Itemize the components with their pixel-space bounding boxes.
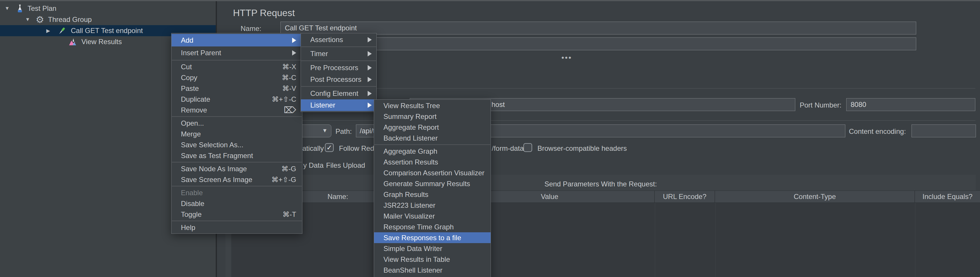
submenu-arrow-icon	[368, 65, 372, 70]
menu-item-jsr223-listener[interactable]: JSR223 Listener	[374, 200, 491, 211]
http-request-group-border	[225, 120, 975, 121]
submenu-arrow-icon	[368, 77, 372, 82]
listener-submenu: View Results Tree Summary Report Aggrega…	[374, 99, 491, 277]
submenu-arrow-icon	[292, 38, 296, 43]
menu-item-remove[interactable]: Remove⌦	[172, 104, 302, 116]
sampler-icon	[57, 26, 67, 35]
menu-item-backend-listener[interactable]: Backend Listener	[374, 133, 491, 144]
tree-item-thread-group[interactable]: ▼ ⚙ Thread Group	[0, 14, 216, 25]
name-label: Name:	[240, 25, 261, 33]
port-number-label: Port Number:	[800, 101, 842, 109]
menu-item-aggregate-report[interactable]: Aggregate Report	[374, 122, 491, 133]
menu-item-merge[interactable]: Merge	[172, 128, 302, 139]
menu-item-insert-parent[interactable]: Insert Parent	[172, 46, 302, 59]
parameters-table-header: Name: Value URL Encode? Content-Type Inc…	[231, 190, 980, 203]
menu-separator	[301, 60, 376, 61]
menu-item-save-selection-as[interactable]: Save Selection As...	[172, 139, 302, 150]
column-separator	[715, 203, 716, 277]
column-header-url-encode: URL Encode?	[655, 191, 715, 203]
tree-item-label: Test Plan	[27, 5, 56, 13]
menu-item-listener[interactable]: Listener	[301, 99, 376, 111]
menu-item-post-processors[interactable]: Post Processors	[301, 74, 376, 85]
menu-item-open[interactable]: Open...	[172, 118, 302, 128]
add-submenu: Assertions Timer Pre Processors Post Pro…	[301, 33, 377, 112]
menu-separator	[172, 186, 302, 187]
menu-item-assertions[interactable]: Assertions	[301, 34, 376, 46]
checkmark-icon: ✓	[326, 144, 332, 152]
menu-item-simple-data-writer[interactable]: Simple Data Writer	[374, 243, 491, 254]
follow-redirects-checkbox[interactable]: ✓	[325, 143, 334, 152]
column-header-include-equals: Include Equals?	[915, 191, 980, 203]
menu-item-disable[interactable]: Disable	[172, 198, 302, 209]
menu-item-save-as-test-fragment[interactable]: Save as Test Fragment	[172, 150, 302, 161]
menu-item-toggle[interactable]: Toggle⌘-T	[172, 209, 302, 220]
tree-item-label: View Results	[81, 38, 122, 46]
send-parameters-header: Send Parameters With the Request:	[225, 180, 976, 188]
content-encoding-input[interactable]	[912, 125, 976, 137]
port-number-value: 8080	[846, 101, 866, 109]
splitter-handle-icon[interactable]: •••	[562, 53, 572, 62]
column-separator	[915, 203, 916, 277]
menu-item-add[interactable]: Add	[172, 34, 302, 46]
expanded-triangle-icon[interactable]: ▼	[5, 6, 12, 11]
menu-item-paste[interactable]: Paste⌘-V	[172, 83, 302, 94]
menu-item-graph-results[interactable]: Graph Results	[374, 189, 491, 200]
menu-item-copy[interactable]: Copy⌘-C	[172, 72, 302, 83]
page-title: HTTP Request	[233, 8, 295, 18]
content-encoding-label: Content encoding:	[849, 127, 906, 136]
submenu-arrow-icon	[368, 37, 372, 43]
menu-item-comparison-assertion-visualizer[interactable]: Comparison Assertion Visualizer	[374, 168, 491, 178]
menu-item-cut[interactable]: Cut⌘-X	[172, 61, 302, 72]
menu-item-save-screen-as-image[interactable]: Save Screen As Image⌘+⇧-G	[172, 174, 302, 185]
menu-separator	[172, 116, 302, 117]
tab-body-data-fragment[interactable]: y Data	[303, 161, 323, 169]
menu-item-save-responses-to-a-file[interactable]: Save Responses to a file	[374, 232, 491, 243]
port-number-input[interactable]: 8080	[846, 98, 975, 111]
menu-item-beanshell-listener[interactable]: BeanShell Listener	[374, 265, 491, 275]
menu-item-help[interactable]: Help	[172, 222, 302, 233]
expanded-triangle-icon[interactable]: ▼	[25, 17, 32, 22]
tree-context-menu: Add Insert Parent Cut⌘-X Copy⌘-C Paste⌘-…	[171, 33, 302, 234]
submenu-arrow-icon	[368, 103, 372, 108]
tree-item-label: Call GET Test endpoint	[71, 27, 143, 35]
menu-item-timer[interactable]: Timer	[301, 48, 376, 60]
menu-item-assertion-results[interactable]: Assertion Results	[374, 157, 491, 168]
menu-separator	[301, 86, 376, 87]
tab-files-upload[interactable]: Files Upload	[326, 161, 365, 169]
submenu-arrow-icon	[368, 91, 372, 96]
browser-compatible-headers-checkbox[interactable]	[523, 143, 532, 152]
menu-separator	[172, 60, 302, 60]
menu-item-generate-summary-results[interactable]: Generate Summary Results	[374, 178, 491, 189]
name-value: Call GET Test endpoint	[281, 24, 357, 32]
parameters-table-body[interactable]	[231, 203, 980, 277]
menu-item-aggregate-graph[interactable]: Aggregate Graph	[374, 146, 491, 157]
menu-item-save-node-as-image[interactable]: Save Node As Image⌘-G	[172, 163, 302, 174]
menu-item-view-results-in-table[interactable]: View Results in Table	[374, 254, 491, 265]
browser-compatible-headers-label: Browser-compatible headers	[538, 144, 627, 152]
menu-item-summary-report[interactable]: Summary Report	[374, 111, 491, 122]
menu-separator	[301, 46, 376, 47]
tree-item-test-plan[interactable]: ▼ Test Plan	[0, 3, 216, 14]
menu-item-duplicate[interactable]: Duplicate⌘+⇧-C	[172, 94, 302, 104]
chevron-down-icon: ▼	[322, 127, 328, 134]
menu-separator	[172, 162, 302, 163]
menu-item-view-results-tree[interactable]: View Results Tree	[374, 100, 491, 111]
menu-item-mailer-visualizer[interactable]: Mailer Visualizer	[374, 211, 491, 222]
submenu-arrow-icon	[292, 50, 296, 55]
column-separator	[655, 203, 655, 277]
gear-icon: ⚙	[36, 15, 45, 24]
name-input[interactable]: Call GET Test endpoint	[280, 22, 916, 35]
menu-separator	[374, 144, 490, 145]
menu-item-enable: Enable	[172, 187, 302, 198]
path-label: Path:	[336, 127, 352, 136]
menu-item-response-time-graph[interactable]: Response Time Graph	[374, 222, 491, 232]
collapsed-triangle-icon[interactable]: ▶	[46, 28, 53, 34]
multipart-form-data-label-fragment: /form-data	[492, 144, 523, 152]
menu-separator	[172, 221, 302, 221]
menu-item-config-element[interactable]: Config Element	[301, 88, 376, 99]
chart-icon	[68, 37, 77, 46]
menu-item-pre-processors[interactable]: Pre Processors	[301, 62, 376, 74]
path-value-fragment: /api/t	[356, 127, 375, 135]
redirect-automatically-label-fragment: atically	[302, 144, 324, 152]
tree-item-label: Thread Group	[48, 16, 92, 24]
